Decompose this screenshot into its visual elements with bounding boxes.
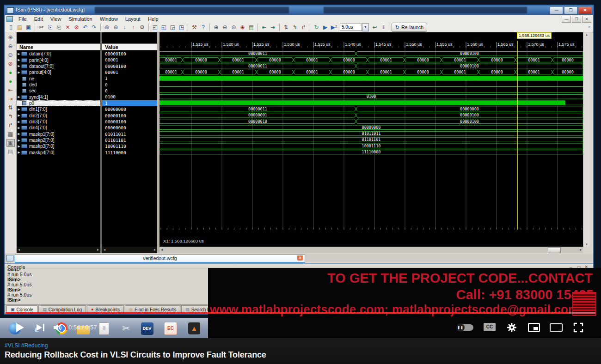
open-icon[interactable]: ▨ <box>16 24 24 31</box>
signal-row-maskp4-7-0-[interactable]: ▶maskp4[7:0] <box>17 150 100 156</box>
marker-swap-icon[interactable]: ⇅ <box>282 24 290 31</box>
save-icon[interactable]: ▣ <box>25 24 32 31</box>
relaunch-button[interactable]: ↻Re-launch <box>392 23 427 32</box>
captions-button[interactable]: CC <box>484 323 496 331</box>
mdi-restore-button[interactable]: ❐ <box>572 16 581 23</box>
minimize-button[interactable]: — <box>550 6 563 14</box>
signal-row-parout-4-0-[interactable]: ▶parout[4:0] <box>17 69 100 75</box>
sim-time-combo[interactable]: 5.0us▾ <box>340 23 369 31</box>
signal-row-datain-7-0-[interactable]: ▶datain[7:0] <box>17 51 100 57</box>
goto-next-transition-icon[interactable]: ⇥ <box>269 24 277 31</box>
cut-icon[interactable]: ✂ <box>37 24 45 31</box>
video-player[interactable]: ISim (P.58f) - [verifiedout.wcfg] — ❐ ✕ … <box>0 0 601 338</box>
waveform-canvas[interactable]: 1,568.126683 us 1,515 us1,520 us1,525 us… <box>159 32 583 247</box>
scroll-right-icon[interactable]: ▸ <box>97 248 99 252</box>
expander-icon[interactable]: ▶ <box>17 52 21 56</box>
scroll-left-icon[interactable]: ◂ <box>104 248 105 252</box>
layout-tile-3-icon[interactable]: ◲ <box>169 24 177 31</box>
next-marker-icon[interactable]: ↱ <box>6 121 15 129</box>
fullscreen-button[interactable] <box>571 321 585 334</box>
goto-time-zero-icon[interactable]: ⇤ <box>6 86 15 94</box>
cancel-icon[interactable]: ⊘ <box>73 24 80 31</box>
expander-icon[interactable]: ▶ <box>17 145 21 148</box>
restore-button[interactable]: ❐ <box>564 6 577 14</box>
settings-button[interactable] <box>505 321 519 334</box>
value-panel-hscrollbar[interactable]: ◂ ▸ <box>102 247 157 253</box>
signal-row-synd-4-1-[interactable]: ▶synd[4:1] <box>17 94 100 100</box>
expander-icon[interactable]: ▶ <box>17 71 21 74</box>
menu-help[interactable]: Help <box>144 16 162 22</box>
signal-row-dataout-7-0-[interactable]: ▶dataout[7:0] <box>17 63 100 69</box>
scrollbar-thumb[interactable] <box>548 247 561 253</box>
menu-edit[interactable]: Edit <box>31 16 47 22</box>
hashtag-links[interactable]: #VLSI #Reducing <box>5 342 48 349</box>
scroll-down-icon[interactable]: ▾ <box>583 243 590 246</box>
signal-row-din2-7-0-[interactable]: ▶din2[7:0] <box>17 113 100 119</box>
theater-button[interactable] <box>549 321 563 334</box>
pause-icon[interactable]: ‖ <box>380 24 387 31</box>
menu-file[interactable]: File <box>15 16 31 22</box>
mdi-minimize-button[interactable]: — <box>562 16 571 23</box>
grid-a-icon[interactable]: ▦ <box>6 130 15 138</box>
toolbar-overflow-icon[interactable]: » <box>588 24 590 29</box>
tab-verifiedout-wcfg[interactable]: verifiedout.wcfg ✕ <box>15 255 305 263</box>
wrench-icon[interactable]: ⚒ <box>190 24 198 31</box>
expander-icon[interactable]: ▶ <box>17 95 21 99</box>
undo-icon[interactable]: ↶ <box>81 24 89 31</box>
signal-row-p0[interactable]: ▶p0 <box>17 100 100 106</box>
run-for-time-icon[interactable]: ▶ᶻ <box>330 24 338 31</box>
name-panel-hscrollbar[interactable]: ◂ ▸ <box>17 247 100 253</box>
zoom-marker-icon[interactable]: ⊘ <box>6 60 15 68</box>
new-icon[interactable]: ▯ <box>7 24 15 31</box>
copy-icon[interactable]: ⎘ <box>46 24 54 31</box>
signal-row-ded[interactable]: ▶ded <box>17 82 100 88</box>
expander-icon[interactable]: ▶ <box>17 108 21 111</box>
redo-icon[interactable]: ↷ <box>90 24 98 31</box>
layout-tile-1-icon[interactable]: ◰ <box>151 24 159 31</box>
goto-time-end-icon[interactable]: ⇥ <box>6 95 15 103</box>
context-help-icon[interactable]: ? <box>199 24 207 31</box>
miniplayer-button[interactable] <box>527 321 541 334</box>
swap-markers-icon[interactable]: ⇅ <box>6 104 15 112</box>
signal-row-din3-7-0-[interactable]: ▶din3[7:0] <box>17 119 100 125</box>
run-icon[interactable]: ▶ <box>321 24 329 31</box>
arrow-down-icon[interactable]: ↓ <box>121 24 129 31</box>
grid-c-icon[interactable]: ▤ <box>6 148 15 156</box>
zoom-out-icon[interactable]: ⊖ <box>6 42 15 50</box>
expander-icon[interactable]: ▶ <box>17 151 21 154</box>
signal-row-maskp3-7-0-[interactable]: ▶maskp3[7:0] <box>17 143 100 149</box>
menu-layout[interactable]: Layout <box>122 16 144 22</box>
scroll-left-icon[interactable]: ◂ <box>161 248 163 252</box>
snapshot-icon[interactable]: ▤ <box>247 24 255 31</box>
scroll-right-icon[interactable]: ▸ <box>154 248 156 252</box>
run-all-icon[interactable]: ● <box>6 69 15 77</box>
step-return-icon[interactable]: ↩ <box>371 24 379 31</box>
signal-row-sec[interactable]: ▶sec <box>17 88 100 94</box>
expander-icon[interactable]: ▶ <box>17 126 21 130</box>
signal-row-ne[interactable]: ▶ne <box>17 75 100 81</box>
prev-marker-icon[interactable]: ↰ <box>6 113 15 121</box>
expander-icon[interactable]: ▶ <box>17 64 21 68</box>
next-button[interactable] <box>33 321 47 334</box>
scroll-right-icon[interactable]: ▸ <box>580 248 582 252</box>
waveform-vscrollbar[interactable]: ▴ ▾ <box>583 32 590 247</box>
zoom-cursor-icon[interactable]: ⊕ <box>239 24 246 31</box>
expander-icon[interactable]: ▶ <box>17 120 21 124</box>
settings-gear-icon[interactable]: ⚙ <box>138 24 146 31</box>
mdi-close-button[interactable]: ✕ <box>582 16 591 23</box>
expander-icon[interactable]: ▶ <box>17 58 21 62</box>
expander-icon[interactable]: ▶ <box>17 139 21 142</box>
zoom-in-icon[interactable]: ⊕ <box>6 34 15 42</box>
find-in-files-icon[interactable]: ⊛ <box>112 24 120 31</box>
signal-row-parin-4-0-[interactable]: ▶parin[4:0] <box>17 57 100 63</box>
scroll-left-icon[interactable]: ◂ <box>18 248 20 252</box>
play-button[interactable] <box>13 321 27 334</box>
autoplay-toggle[interactable]: ❚❚ <box>457 324 473 331</box>
menu-view[interactable]: View <box>47 16 65 22</box>
sim-time-value[interactable]: 5.0us <box>340 24 362 31</box>
goto-prev-transition-icon[interactable]: ⇤ <box>260 24 268 31</box>
paste-icon[interactable]: ⎗ <box>55 24 63 31</box>
run-step-icon[interactable]: ● <box>6 78 15 85</box>
menu-simulation[interactable]: Simulation <box>65 16 96 22</box>
waveform-hscrollbar[interactable]: ◂ ▸ <box>159 247 583 253</box>
